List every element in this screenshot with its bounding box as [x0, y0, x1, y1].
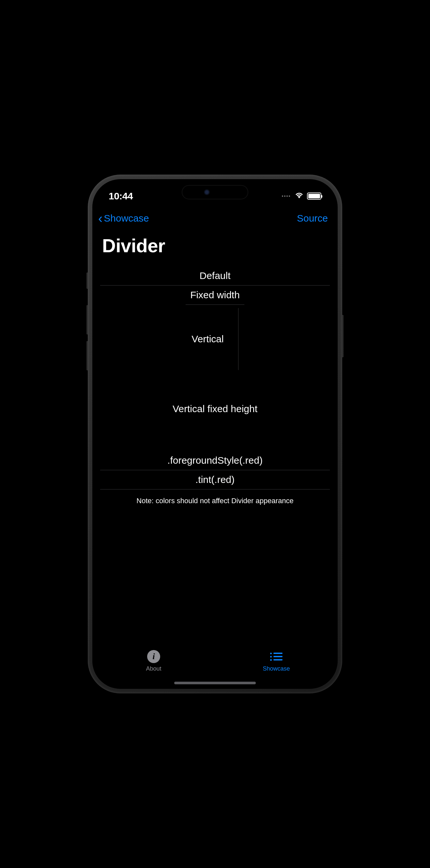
screen: 10:44 ‹ Showcase Source — [92, 179, 338, 689]
tint-label: .tint(.red) — [100, 470, 330, 489]
front-camera — [204, 189, 210, 195]
section-fixed-width: Fixed width — [100, 285, 330, 305]
about-label: About — [146, 665, 161, 672]
info-icon: i — [147, 650, 160, 663]
page-title: Divider — [92, 228, 338, 266]
list-icon — [270, 650, 283, 663]
home-indicator[interactable] — [174, 682, 256, 684]
device-notch — [182, 186, 248, 199]
tab-about[interactable]: i About — [134, 650, 173, 672]
cellular-dots-icon — [282, 195, 290, 197]
foreground-style-label: .foregroundStyle(.red) — [100, 451, 330, 470]
divider-vertical — [238, 308, 239, 370]
divider-fixed-width — [186, 305, 244, 305]
note-text: Note: colors should not affect Divider a… — [100, 490, 330, 512]
default-label: Default — [100, 266, 330, 285]
back-label: Showcase — [104, 213, 149, 224]
section-vertical-fixed: Vertical fixed height — [100, 370, 330, 451]
chevron-left-icon: ‹ — [98, 212, 102, 225]
section-vertical: Vertical — [100, 308, 330, 370]
battery-icon — [307, 192, 321, 200]
navigation-bar: ‹ Showcase Source — [92, 205, 338, 228]
fixed-width-label: Fixed width — [100, 285, 330, 305]
phone-frame: 10:44 ‹ Showcase Source — [88, 175, 342, 693]
source-button[interactable]: Source — [297, 213, 328, 224]
side-button — [342, 315, 343, 357]
section-foreground-style: .foregroundStyle(.red) — [100, 451, 330, 470]
status-icons — [282, 192, 321, 200]
wifi-icon — [295, 192, 304, 200]
showcase-label: Showcase — [263, 665, 290, 672]
tab-showcase[interactable]: Showcase — [257, 650, 296, 672]
section-default: Default — [100, 266, 330, 285]
section-tint: .tint(.red) — [100, 470, 330, 490]
back-button[interactable]: ‹ Showcase — [98, 212, 149, 225]
vertical-fixed-label: Vertical fixed height — [100, 399, 330, 418]
vertical-label: Vertical — [191, 334, 223, 345]
content-area: Default Fixed width Vertical Vertical fi… — [92, 266, 338, 512]
status-time: 10:44 — [109, 191, 133, 202]
